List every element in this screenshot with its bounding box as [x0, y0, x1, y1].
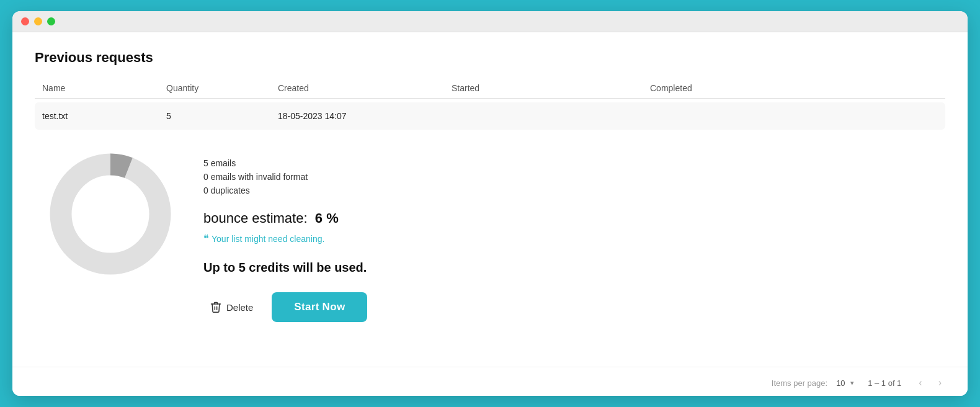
cell-quantity: 5 — [166, 111, 278, 121]
app-window: Previous requests Name Quantity Created … — [12, 11, 968, 396]
cell-name: test.txt — [42, 111, 166, 121]
start-label: Start Now — [294, 301, 345, 313]
stat-emails: 5 emails — [203, 158, 367, 168]
col-header-quantity: Quantity — [166, 83, 278, 93]
delete-button[interactable]: Delete — [203, 297, 259, 317]
expanded-details: 5 emails 0 emails with invalid format 0 … — [35, 136, 945, 332]
items-per-page-select[interactable]: 10 25 50 — [836, 378, 854, 388]
actions-bar: Delete Start Now — [203, 292, 367, 322]
col-header-started: Started — [452, 83, 650, 93]
svg-point-0 — [61, 164, 160, 264]
page-title: Previous requests — [35, 50, 945, 66]
stat-duplicates: 0 duplicates — [203, 186, 367, 195]
delete-label: Delete — [226, 302, 253, 313]
donut-svg — [42, 146, 179, 282]
warning-text: ❝Your list might need cleaning. — [203, 233, 367, 244]
bounce-value: 6 % — [315, 210, 339, 226]
stats-panel: 5 emails 0 emails with invalid format 0 … — [203, 146, 367, 322]
footer: Items per page: 10 25 50 1 – 1 of 1 ‹ › — [12, 367, 968, 396]
main-content: Previous requests Name Quantity Created … — [12, 32, 968, 367]
start-now-button[interactable]: Start Now — [272, 292, 367, 322]
bounce-estimate: bounce estimate: 6 % — [203, 210, 367, 226]
donut-chart — [42, 146, 179, 282]
cell-created: 18-05-2023 14:07 — [278, 111, 452, 121]
items-per-page-select-wrapper[interactable]: 10 25 50 — [836, 378, 854, 388]
col-header-created: Created — [278, 83, 452, 93]
stat-invalid: 0 emails with invalid format — [203, 172, 367, 182]
table-header: Name Quantity Created Started Completed — [35, 78, 945, 99]
trash-icon — [210, 301, 222, 313]
prev-page-button[interactable]: ‹ — [915, 376, 925, 390]
items-per-page-label: Items per page: — [772, 378, 827, 388]
quote-icon: ❝ — [203, 233, 209, 244]
credits-text: Up to 5 credits will be used. — [203, 261, 367, 275]
col-header-completed: Completed — [650, 83, 774, 93]
titlebar — [12, 11, 968, 32]
col-header-name: Name — [42, 83, 166, 93]
minimize-button[interactable] — [34, 17, 42, 25]
close-button[interactable] — [21, 17, 29, 25]
maximize-button[interactable] — [47, 17, 55, 25]
table-row[interactable]: test.txt 5 18-05-2023 14:07 — [35, 102, 945, 130]
page-range: 1 – 1 of 1 — [868, 378, 901, 388]
next-page-button[interactable]: › — [935, 376, 945, 390]
bounce-label: bounce estimate: — [203, 210, 308, 226]
